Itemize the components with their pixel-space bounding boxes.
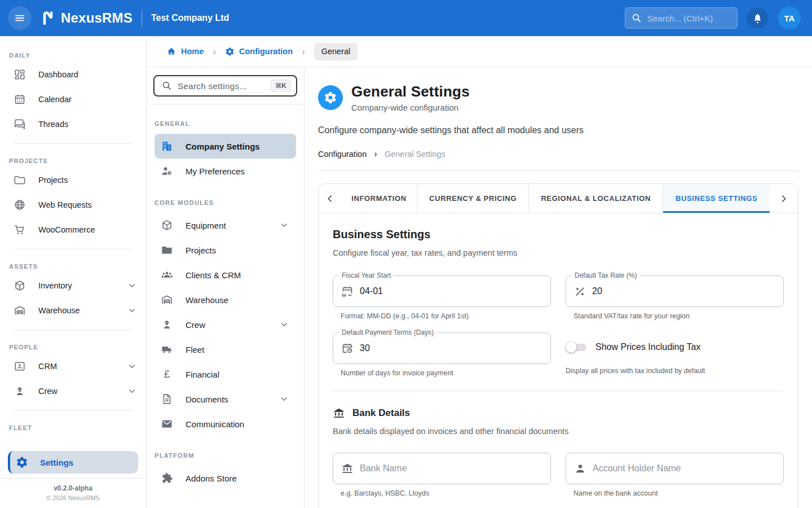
settings-nav-company-settings[interactable]: Company Settings (155, 134, 296, 159)
section-label: PLATFORM (147, 436, 304, 466)
sidebar-item-inventory[interactable]: Inventory (0, 273, 146, 298)
tabs-scroll-right-button[interactable] (770, 184, 798, 213)
chevron-right-icon (779, 193, 789, 204)
settings-search[interactable]: ⌘K (153, 75, 297, 97)
cart-icon (14, 224, 26, 236)
tab-business-settings[interactable]: BUSINESS SETTINGS (663, 184, 770, 213)
appbar-divider (142, 10, 142, 27)
settings-nav-addons-store[interactable]: Addons Store (155, 466, 296, 491)
bank-icon (333, 407, 345, 419)
sidebar-item-warehouse[interactable]: Warehouse (0, 298, 146, 323)
tabs-scroll-left-button[interactable] (319, 184, 341, 213)
tab-information[interactable]: INFORMATION (341, 184, 417, 213)
avatar-initials: TA (784, 14, 795, 23)
sidebar-footer: v0.2.0-alpha © 2026 NexusRMS (0, 478, 146, 508)
sidebar-item-settings[interactable]: Settings (8, 451, 138, 474)
fiscal-year-field[interactable]: Fiscal Year Start (333, 275, 551, 307)
breadcrumb: Home › Configuration › General (147, 36, 812, 67)
section-label: CORE MODULES (147, 183, 304, 213)
sidebar-item-crew[interactable]: Crew (0, 379, 146, 404)
sidebar-item-calendar[interactable]: Calendar (0, 87, 146, 112)
logo-n-icon (41, 9, 55, 27)
pound-icon: £ (161, 368, 173, 380)
global-search-input[interactable] (647, 14, 731, 23)
document-icon (161, 393, 173, 405)
bank-name-field[interactable] (333, 453, 551, 484)
gear-icon (16, 456, 28, 468)
field-helper: e.g. Barclays, HSBC, Lloyds (341, 489, 551, 497)
breadcrumb-configuration[interactable]: Configuration (225, 46, 293, 56)
copyright: © 2026 NexusRMS (0, 494, 146, 501)
calendar-icon (14, 93, 26, 106)
toggle-switch-off[interactable] (566, 341, 587, 353)
main-sidebar: DAILY Dashboard Calendar Threads PROJECT… (0, 36, 147, 508)
sidebar-item-woocommerce[interactable]: WooCommerce (0, 217, 146, 242)
settings-nav-projects[interactable]: Projects (155, 238, 296, 262)
tab-currency-pricing[interactable]: CURRENCY & PRICING (417, 184, 529, 213)
settings-nav-clients-crm[interactable]: Clients & CRM (155, 262, 296, 287)
global-search[interactable] (625, 7, 738, 29)
person-icon (574, 462, 586, 475)
settings-nav-financial[interactable]: £ Financial (155, 362, 296, 387)
section-label: PROJECTS (0, 157, 146, 168)
page-breadcrumb-current: General Settings (385, 150, 445, 159)
fiscal-year-input[interactable] (360, 286, 542, 296)
search-icon (631, 12, 642, 24)
settings-nav-my-preferences[interactable]: My Preferences (155, 159, 296, 183)
account-holder-input[interactable] (593, 463, 775, 474)
bank-name-field-block: e.g. Barclays, HSBC, Lloyds (333, 453, 551, 497)
bank-icon (341, 462, 354, 475)
bank-name-input[interactable] (360, 463, 542, 474)
chevron-left-icon (325, 193, 335, 204)
chevron-down-icon (279, 394, 289, 405)
search-icon (161, 80, 173, 91)
percent-icon (574, 286, 586, 297)
person-gear-icon (161, 165, 173, 177)
payment-terms-input[interactable] (360, 343, 542, 353)
breadcrumb-home[interactable]: Home (166, 46, 204, 56)
app-logo[interactable]: NexusRMS (41, 9, 133, 27)
tax-rate-input[interactable] (592, 286, 775, 296)
tab-bar: INFORMATION CURRENCY & PRICING REGIONAL … (319, 184, 798, 213)
field-helper: Standard VAT/tax rate for your region (573, 312, 784, 320)
settings-nav-crew[interactable]: Crew (155, 312, 296, 337)
payment-terms-field[interactable]: Default Payment Terms (Days) (333, 332, 551, 364)
warehouse-icon (161, 294, 173, 306)
sidebar-item-web-requests[interactable]: Web Requests (0, 192, 146, 217)
settings-nav-warehouse[interactable]: Warehouse (155, 287, 296, 312)
section-heading: Business Settings (333, 228, 784, 241)
tax-rate-field[interactable]: Default Tax Rate (%) (566, 275, 784, 307)
field-helper: Format: MM-DD (e.g., 04-01 for April 1st… (341, 312, 551, 320)
user-avatar[interactable]: TA (778, 7, 801, 29)
settings-search-input[interactable] (178, 81, 266, 91)
building-icon (161, 140, 173, 152)
menu-button[interactable] (8, 6, 32, 30)
settings-nav-fleet[interactable]: Fleet (155, 337, 296, 362)
home-icon (166, 46, 176, 56)
page-breadcrumb-parent[interactable]: Configuration (318, 150, 367, 159)
sidebar-item-dashboard[interactable]: Dashboard (0, 62, 146, 87)
tab-regional-localization[interactable]: REGIONAL & LOCALIZATION (529, 184, 663, 213)
field-label: Default Payment Terms (Days) (339, 329, 436, 336)
sidebar-item-crm[interactable]: CRM (0, 354, 146, 379)
worker-icon (161, 318, 173, 331)
toggle-helper: Display all prices with tax included by … (566, 367, 784, 375)
settings-nav-documents[interactable]: Documents (155, 387, 296, 411)
page-breadcrumb: Configuration › General Settings (318, 149, 798, 159)
sidebar-item-threads[interactable]: Threads (0, 112, 146, 137)
bank-details-header: Bank Details (333, 407, 784, 419)
section-label: ASSETS (0, 263, 146, 273)
settings-nav-communication[interactable]: Communication (155, 411, 296, 436)
section-label: DAILY (0, 52, 146, 62)
sidebar-section-assets: ASSETS Inventory Warehouse (0, 249, 146, 323)
sidebar-section-projects: PROJECTS Projects Web Requests WooCommer… (0, 144, 146, 242)
account-holder-field[interactable] (566, 453, 784, 484)
settings-nav-equipment[interactable]: Equipment (155, 213, 296, 238)
fiscal-year-field-block: Fiscal Year Start Format: MM-DD (e.g., 0… (333, 275, 551, 320)
notifications-button[interactable] (747, 7, 768, 29)
tax-rate-field-block: Default Tax Rate (%) Standard VAT/tax ra… (566, 275, 784, 320)
keyboard-shortcut-badge: ⌘K (271, 80, 291, 92)
folder-icon (14, 174, 26, 186)
sidebar-item-projects[interactable]: Projects (0, 168, 146, 192)
show-prices-including-tax-toggle[interactable]: Show Prices Including Tax (566, 341, 784, 353)
